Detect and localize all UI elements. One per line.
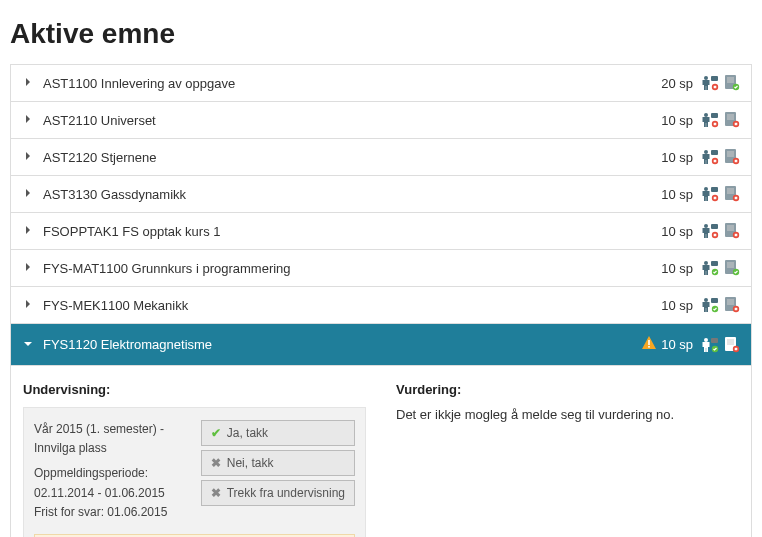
svg-rect-3 [703, 80, 705, 85]
svg-point-1 [704, 76, 708, 80]
document-status-icon [723, 74, 741, 92]
person-status-icon [701, 111, 719, 129]
svg-rect-68 [703, 265, 705, 270]
page-title: Aktive emne [10, 18, 752, 50]
svg-point-66 [704, 261, 708, 265]
svg-rect-26 [711, 150, 718, 155]
svg-rect-56 [708, 228, 710, 233]
svg-rect-65 [711, 261, 718, 266]
svg-rect-83 [704, 307, 706, 312]
svg-rect-93 [711, 338, 718, 343]
svg-rect-71 [706, 270, 708, 275]
course-title: AST1100 Innlevering av oppgave [43, 76, 661, 91]
course-row[interactable]: AST2110 Universet 10 sp [11, 102, 751, 139]
svg-rect-82 [708, 302, 710, 307]
yes-button-label: Ja, takk [227, 426, 268, 440]
person-status-icon [701, 185, 719, 203]
course-title: AST2120 Stjernene [43, 150, 661, 165]
no-button-label: Nei, takk [227, 456, 274, 470]
semester-line: Vår 2015 (1. semester) - Innvilga plass [34, 420, 189, 458]
chevron-right-icon [21, 77, 35, 89]
chevron-right-icon [21, 151, 35, 163]
chevron-right-icon [21, 299, 35, 311]
person-status-icon [701, 296, 719, 314]
yes-button[interactable]: ✔Ja, takk [201, 420, 355, 446]
svg-rect-18 [704, 122, 706, 127]
document-status-icon [723, 185, 741, 203]
course-credits: 10 sp [661, 113, 693, 128]
svg-rect-84 [706, 307, 708, 312]
chevron-right-icon [21, 225, 35, 237]
course-detail-panel: Undervisning: Vår 2015 (1. semester) - I… [11, 366, 751, 537]
no-button[interactable]: ✖Nei, takk [201, 450, 355, 476]
course-row[interactable]: AST2120 Stjernene 10 sp [11, 139, 751, 176]
svg-point-53 [704, 224, 708, 228]
svg-rect-19 [706, 122, 708, 127]
chevron-right-icon [21, 262, 35, 274]
course-title: AST3130 Gassdynamikk [43, 187, 661, 202]
svg-rect-55 [703, 228, 705, 233]
course-title: FYS1120 Elektromagnetisme [43, 337, 641, 352]
chevron-down-icon [21, 339, 35, 351]
svg-point-40 [704, 187, 708, 191]
person-status-icon [701, 74, 719, 92]
course-row[interactable]: AST3130 Gassdynamikk 10 sp [11, 176, 751, 213]
undervisning-column: Undervisning: Vår 2015 (1. semester) - I… [23, 382, 366, 537]
svg-rect-97 [708, 342, 710, 347]
svg-rect-30 [708, 154, 710, 159]
vurdering-text: Det er ikkje mogleg å melde seg til vurd… [396, 407, 739, 422]
withdraw-button[interactable]: ✖Trekk fra undervisning [201, 480, 355, 506]
document-status-icon [723, 296, 741, 314]
course-row[interactable]: FYS1120 Elektromagnetisme 10 sp [11, 324, 751, 366]
course-title: FYS-MAT1100 Grunnkurs i programmering [43, 261, 661, 276]
svg-rect-70 [704, 270, 706, 275]
course-title: AST2110 Universet [43, 113, 661, 128]
svg-rect-91 [648, 340, 650, 345]
svg-rect-4 [708, 80, 710, 85]
svg-rect-96 [703, 342, 705, 347]
svg-rect-13 [711, 113, 718, 118]
svg-rect-81 [703, 302, 705, 307]
course-title: FSOPPTAK1 FS opptak kurs 1 [43, 224, 661, 239]
svg-rect-44 [704, 196, 706, 201]
course-credits: 10 sp [661, 150, 693, 165]
svg-rect-78 [711, 298, 718, 303]
undervisning-heading: Undervisning: [23, 382, 366, 397]
document-status-icon [723, 111, 741, 129]
chevron-right-icon [21, 188, 35, 200]
course-row[interactable]: FYS-MAT1100 Grunnkurs i programmering 10… [11, 250, 751, 287]
svg-rect-0 [711, 76, 718, 81]
person-status-icon [701, 148, 719, 166]
svg-rect-31 [704, 159, 706, 164]
warning-icon [641, 335, 657, 354]
person-status-icon [701, 259, 719, 277]
withdraw-button-label: Trekk fra undervisning [227, 486, 345, 500]
deadline-line: Frist for svar: 01.06.2015 [34, 503, 189, 522]
course-credits: 10 sp [661, 298, 693, 313]
vurdering-heading: Vurdering: [396, 382, 739, 397]
course-row[interactable]: FYS-MEK1100 Mekanikk 10 sp [11, 287, 751, 324]
svg-point-79 [704, 298, 708, 302]
course-row[interactable]: FSOPPTAK1 FS opptak kurs 1 10 sp [11, 213, 751, 250]
svg-rect-98 [704, 347, 706, 352]
course-row[interactable]: AST1100 Innlevering av oppgave 20 sp [11, 65, 751, 102]
svg-rect-42 [703, 191, 705, 196]
svg-rect-99 [706, 347, 708, 352]
document-status-icon [723, 148, 741, 166]
person-status-icon [701, 336, 719, 354]
svg-point-27 [704, 150, 708, 154]
svg-rect-45 [706, 196, 708, 201]
svg-rect-16 [703, 117, 705, 122]
course-credits: 10 sp [661, 261, 693, 276]
document-status-icon [723, 259, 741, 277]
svg-rect-57 [704, 233, 706, 238]
chevron-right-icon [21, 114, 35, 126]
course-title: FYS-MEK1100 Mekanikk [43, 298, 661, 313]
svg-rect-43 [708, 191, 710, 196]
vurdering-column: Vurdering: Det er ikkje mogleg å melde s… [396, 382, 739, 537]
svg-rect-39 [711, 187, 718, 192]
person-status-icon [701, 222, 719, 240]
period-line: Oppmeldingsperiode: 02.11.2014 - 01.06.2… [34, 464, 189, 502]
course-list: AST1100 Innlevering av oppgave 20 sp AST… [10, 64, 752, 537]
svg-rect-6 [706, 85, 708, 90]
